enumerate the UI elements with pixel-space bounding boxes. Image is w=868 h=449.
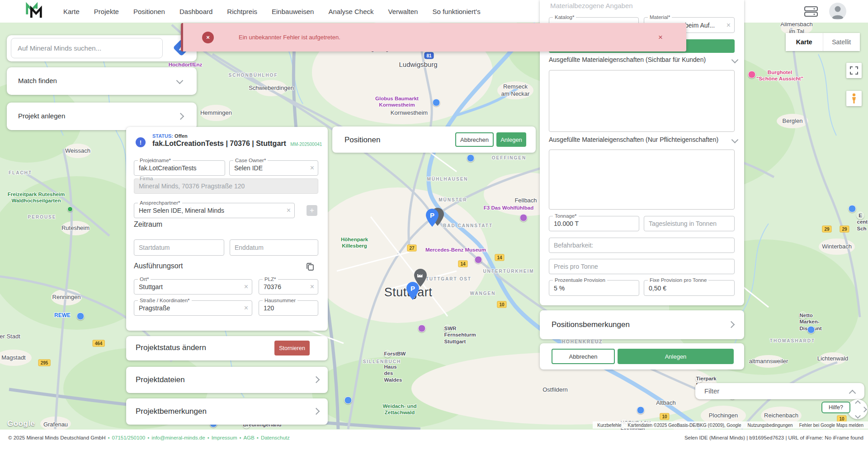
preis-pro-tonne-field[interactable]: Preis pro Tonne [549,259,735,274]
nav-dashboard[interactable]: Dashboard [179,8,212,15]
map-poi-icon[interactable] [433,99,440,107]
keyboard-icon[interactable] [803,5,819,17]
material-anlegen-button[interactable]: Anlegen [618,349,734,364]
tagesleistung-field[interactable]: Tagesleistung in Tonnen [644,216,735,231]
mineral-minds-logo[interactable] [25,2,44,21]
match-finden-panel[interactable]: Match finden [7,67,197,95]
clear-icon[interactable]: × [310,283,314,290]
projektdateien-panel[interactable]: Projektdateien [126,367,328,393]
positionen-abbrechen-button[interactable]: Abbrechen [455,132,494,147]
map-label: Netto Marken-Discount [799,312,807,319]
filter-bar[interactable]: Filter [695,383,864,399]
required-properties-box[interactable] [549,150,735,210]
pan-control[interactable] [848,399,868,419]
filter-label: Filter [704,387,719,395]
map-poi-icon[interactable] [418,325,426,332]
prozentuale-provision-field[interactable]: Prozentuale Provision 5 % [549,280,639,296]
chevron-down-icon[interactable] [731,56,739,64]
map-label: Hemmingen [200,109,232,117]
nav-verwalten[interactable]: Verwalten [388,8,418,15]
nav-projekte[interactable]: Projekte [94,8,119,15]
projektstatus-panel: Projektstatus ändern Stornieren [126,336,328,360]
nav-positionen[interactable]: Positionen [133,8,165,15]
positionen-anlegen-button[interactable]: Anlegen [496,132,526,147]
chevron-down-icon[interactable] [731,136,739,144]
footer-email-link[interactable]: info@mineral-minds.de [151,435,205,440]
projektbemerkungen-panel[interactable]: Projektbemerkungen [126,398,328,425]
strasse-field[interactable]: Straße / Koordinaten* Pragstraße × [134,300,252,316]
material-abbrechen-button[interactable]: Abbrechen [552,349,615,364]
projekt-anlegen-label: Projekt anlegen [18,112,65,120]
tonnage-field[interactable]: Tonnage* 10.000 T [549,216,639,231]
clear-icon[interactable]: × [244,283,248,290]
attribution-report-link[interactable]: Fehler bei Google Maps melden [799,423,863,428]
clear-icon[interactable]: × [310,164,314,172]
field-label: Hausnummer [263,298,297,304]
ort-field[interactable]: Ort* Stuttgart × [134,279,252,295]
clear-icon[interactable]: × [726,22,731,29]
chevron-right-icon[interactable] [313,376,320,384]
pan-right-icon[interactable] [861,407,867,412]
nav-richtpreis[interactable]: Richtpreis [227,8,257,15]
chevron-right-icon[interactable] [313,408,320,415]
map-label: Weissach [65,147,90,154]
map-poi-icon[interactable] [637,407,645,414]
startdatum-field[interactable]: Startdatum [134,239,224,256]
case-owner-field[interactable]: Case Owner* Selen IDE × [229,160,318,176]
map-poi-icon[interactable] [344,397,352,404]
positionsbemerkungen-panel[interactable]: Positionsbemerkungen [540,310,744,339]
copy-icon[interactable] [306,262,315,271]
befahrbarkeit-field[interactable]: Befahrbarkeit: [549,238,735,253]
map-pin-p[interactable]: P [425,208,439,229]
pegman-button[interactable] [846,91,862,106]
road-shield: 10 [497,301,506,308]
field-label: Fixe Provision pro Tonne [648,277,708,284]
ansprechpartner-field[interactable]: Ansprechpartner* Herr Selen IDE, Mineral… [134,203,295,218]
map-poi-icon[interactable] [475,256,482,264]
nav-so-funktionierts[interactable]: So funktioniert's [432,8,480,15]
hausnummer-field[interactable]: Hausnummer 120 [259,300,318,316]
attribution-terms-link[interactable]: Nutzungsbedingungen [748,423,793,428]
projekt-anlegen-panel[interactable]: Projekt anlegen [7,103,197,130]
nav-analyse-check[interactable]: Analyse Check [328,8,373,15]
footer-impressum-link[interactable]: Impressum [212,435,237,440]
map-poi-icon[interactable] [520,214,528,222]
plz-field[interactable]: PLZ* 70376 × [259,279,318,295]
map-poi-icon[interactable] [748,71,756,79]
map-poi-icon[interactable] [467,154,475,162]
add-contact-button[interactable]: + [307,205,317,216]
fixe-provision-field[interactable]: Fixe Provision pro Tonne 0,50 € [644,280,735,296]
chevron-right-icon[interactable] [177,113,184,120]
nav-karte[interactable]: Karte [63,8,80,15]
error-close-icon[interactable]: × [658,33,663,42]
map-type-satellit[interactable]: Satellit [823,33,860,51]
pan-down-icon[interactable] [855,413,861,419]
projektname-field[interactable]: Projektname* fak.LotCreationTests [134,160,225,176]
map-poi-icon[interactable] [67,206,73,212]
search-input[interactable] [11,38,163,58]
nav-einbauweisen[interactable]: Einbauweisen [272,8,314,15]
chevron-up-icon[interactable] [849,390,856,397]
map-pin-p[interactable]: P [406,281,420,302]
chevron-down-icon[interactable] [176,77,184,84]
clear-icon[interactable]: × [287,207,291,214]
footer-agb-link[interactable]: AGB [244,435,255,440]
map-poi-icon[interactable] [77,313,85,320]
map-poi-icon[interactable] [849,205,856,213]
chevron-right-icon[interactable] [728,321,735,328]
clear-icon[interactable]: × [244,304,248,312]
footer: © 2025 Mineral Minds Deutschland GmbH•07… [0,430,868,449]
user-avatar[interactable] [829,3,846,20]
attribution-kurzbefehle[interactable]: Kurzbefehle [597,423,621,428]
visible-properties-box[interactable] [549,70,735,132]
map-type-karte[interactable]: Karte [786,33,823,51]
footer-datenschutz-link[interactable]: Datenschutz [261,435,290,440]
pan-up-icon[interactable] [855,400,861,406]
stornieren-button[interactable]: Stornieren [274,341,310,355]
footer-phone-link[interactable]: 07151/250100 [112,435,146,440]
enddatum-field[interactable]: Enddatum [230,239,318,256]
road-shield: 295 [38,360,51,366]
hilfe-button[interactable]: Hilfe? [821,402,850,413]
fullscreen-button[interactable] [846,63,862,78]
map-poi-icon[interactable] [807,326,815,334]
